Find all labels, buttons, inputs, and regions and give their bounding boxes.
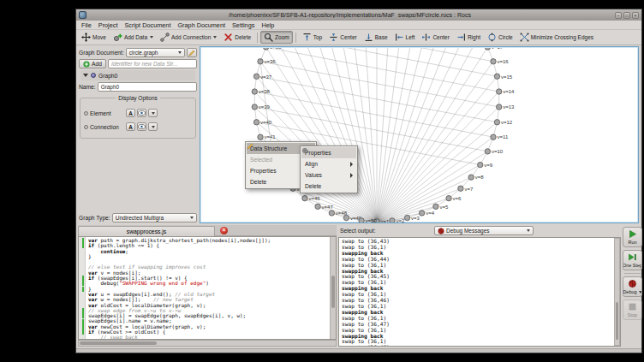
graph-node[interactable]: [497, 89, 502, 94]
menu-file[interactable]: File: [78, 21, 95, 29]
output-channel-select[interactable]: Debug Messages: [434, 226, 534, 235]
script-editor[interactable]: var path = graph.dijkstra_shortest_path(…: [78, 236, 337, 340]
submenu-delete[interactable]: Delete: [301, 181, 356, 192]
connection-visibility-toggle[interactable]: [137, 122, 146, 131]
add-connection-button[interactable]: Add Connection: [157, 31, 220, 44]
graph-node[interactable]: [478, 162, 483, 167]
align-vcenter-button[interactable]: Center: [325, 31, 361, 44]
graph-edge[interactable]: [361, 48, 377, 222]
graph-edge[interactable]: [283, 48, 493, 62]
graph-node[interactable]: [468, 175, 474, 180]
titlebar[interactable]: /home/phoenixx/SFB/SFB-A1-repository/Imp…: [76, 9, 641, 21]
graph-edge[interactable]: [346, 48, 377, 222]
add-data-button[interactable]: Add Data: [110, 31, 157, 44]
graph-canvas[interactable]: v=1v=2v=3v=4v=5v=6v=7v=8v=9v=10v=11v=12v…: [200, 46, 639, 223]
graph-node[interactable]: [253, 120, 259, 125]
graph-node[interactable]: [390, 218, 395, 223]
graph-node[interactable]: [252, 104, 257, 110]
submenu-values[interactable]: Values: [301, 169, 356, 181]
graph-edge[interactable]: [260, 62, 499, 107]
graph-edge[interactable]: [377, 48, 392, 222]
scrollbar-thumb[interactable]: [331, 276, 335, 308]
graph-node[interactable]: [485, 149, 490, 154]
connection-names-toggle[interactable]: A: [126, 122, 135, 131]
graph-node-label: v=38: [259, 89, 271, 94]
maximize-button[interactable]: □: [623, 12, 630, 19]
one-step-button[interactable]: One Step: [623, 250, 642, 270]
code-area[interactable]: var path = graph.dijkstra_shortest_path(…: [86, 238, 329, 339]
graph-node[interactable]: [491, 134, 496, 139]
graph-node[interactable]: [497, 104, 502, 110]
align-left-button[interactable]: Left: [391, 31, 419, 44]
menu-settings[interactable]: Settings: [229, 21, 258, 29]
submenu-align[interactable]: Align: [301, 158, 356, 169]
graph-node[interactable]: [433, 204, 438, 209]
graph-node[interactable]: [329, 211, 334, 216]
menubar: File Project Script Document Graph Docum…: [76, 21, 641, 30]
identifier-input[interactable]: Identifier for new Data Str...: [108, 59, 197, 68]
move-button[interactable]: Move: [78, 31, 110, 44]
graph-node[interactable]: [458, 186, 463, 191]
graph-node[interactable]: [494, 120, 499, 125]
graph-edge[interactable]: [273, 48, 497, 76]
stop-button[interactable]: Stop: [623, 300, 642, 320]
debug-output-console[interactable]: swap to (36,43)swap to (36,1)swapping ba…: [338, 237, 621, 347]
menu-script-document[interactable]: Script Document: [121, 21, 174, 29]
delete-button[interactable]: Delete: [220, 31, 254, 44]
element-names-toggle[interactable]: A: [126, 109, 135, 117]
tab-swapprocess[interactable]: swapprocess.js: [78, 226, 215, 236]
graph-edge[interactable]: [377, 48, 480, 222]
graph-node[interactable]: [419, 211, 424, 216]
align-hcenter-button[interactable]: Center: [418, 31, 453, 44]
run-button[interactable]: Run: [623, 227, 642, 247]
tree-item-graph0[interactable]: Graph0: [80, 70, 195, 80]
expander-icon[interactable]: [83, 74, 88, 77]
align-circle-button[interactable]: Circle: [484, 31, 516, 44]
graph-node[interactable]: [258, 134, 263, 139]
name-input[interactable]: Graph0: [98, 82, 197, 92]
graph-node[interactable]: [252, 89, 257, 94]
graph-edge[interactable]: [293, 188, 377, 222]
close-tab-button[interactable]: ×: [220, 227, 228, 234]
minimize-button[interactable]: –: [615, 12, 622, 19]
graph-node[interactable]: [343, 215, 349, 220]
minimize-crossing-edges-button[interactable]: Minimize Crossing Edges: [516, 31, 597, 44]
graph-edge[interactable]: [377, 48, 408, 222]
align-right-button[interactable]: Right: [453, 31, 484, 44]
menu-graph-document[interactable]: Graph Document: [174, 21, 229, 29]
graph-node[interactable]: [494, 74, 499, 79]
menu-help[interactable]: Help: [258, 21, 277, 29]
menu-project[interactable]: Project: [95, 21, 122, 29]
modified-line-marker: [82, 319, 85, 324]
add-data-structure-button[interactable]: Add: [79, 59, 106, 68]
console-vscrollbar[interactable]: [614, 238, 620, 346]
graph-type-select[interactable]: Undirected Multigra: [112, 213, 197, 223]
graph-document-select[interactable]: circle.graph: [126, 48, 185, 57]
scrollbar-thumb[interactable]: [616, 302, 618, 339]
graph-node[interactable]: [485, 48, 490, 50]
graph-node[interactable]: [315, 204, 320, 209]
graph-edge[interactable]: [377, 76, 497, 222]
zoom-button[interactable]: Zoom: [260, 31, 293, 44]
graph-node[interactable]: [359, 218, 364, 223]
graph-node[interactable]: [446, 195, 451, 200]
graph-node[interactable]: [263, 48, 268, 50]
element-visibility-toggle[interactable]: [137, 109, 146, 117]
element-value-select[interactable]: [148, 109, 158, 117]
graph-node[interactable]: [258, 59, 263, 64]
editor-vscrollbar[interactable]: [330, 237, 336, 339]
scrollbar-thumb[interactable]: [80, 341, 157, 345]
align-base-button[interactable]: Base: [361, 31, 391, 44]
graph-node[interactable]: [404, 215, 409, 220]
graph-node[interactable]: [491, 59, 496, 64]
graph-node[interactable]: [253, 74, 259, 79]
editor-hscrollbar[interactable]: [78, 340, 337, 347]
debug-button[interactable]: Debug: [623, 276, 642, 297]
align-top-button[interactable]: Top: [299, 31, 325, 44]
close-button[interactable]: ×: [632, 12, 639, 19]
connection-value-select[interactable]: [148, 122, 158, 131]
graph-node[interactable]: [302, 195, 307, 200]
submenu-properties[interactable]: Properties: [301, 147, 356, 158]
graph-edge[interactable]: [254, 92, 493, 137]
edit-document-button[interactable]: [187, 48, 197, 57]
